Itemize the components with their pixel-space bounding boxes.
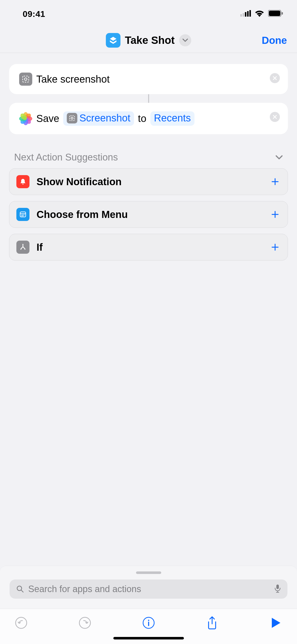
- svg-point-9: [24, 78, 27, 80]
- svg-rect-1: [243, 13, 244, 17]
- search-placeholder: Search for apps and actions: [28, 584, 270, 594]
- battery-icon: [268, 10, 283, 18]
- share-button[interactable]: [203, 614, 221, 632]
- svg-point-11: [71, 117, 73, 119]
- dictate-button[interactable]: [274, 584, 281, 594]
- variable-label: Screenshot: [79, 112, 130, 124]
- redo-button[interactable]: [76, 614, 94, 632]
- info-icon: [142, 617, 155, 629]
- run-button[interactable]: [267, 614, 285, 632]
- destination-chip[interactable]: Recents: [150, 111, 194, 126]
- search-icon: [16, 585, 24, 593]
- header-title: Take Shot: [125, 34, 175, 46]
- suggestions-title: Next Action Suggestions: [14, 152, 118, 163]
- title-menu-button[interactable]: [179, 34, 191, 46]
- undo-button[interactable]: [12, 614, 30, 632]
- content: Take screenshot Save Sc: [0, 53, 297, 261]
- suggestion-label: If: [37, 242, 43, 253]
- redo-icon: [79, 617, 91, 629]
- status-bar: 09:41: [0, 0, 297, 28]
- svg-point-16: [22, 244, 23, 245]
- add-suggestion-button[interactable]: [271, 208, 279, 221]
- chevron-down-icon: [275, 155, 283, 160]
- add-suggestion-button[interactable]: [271, 240, 279, 254]
- drawer-grabber[interactable]: [136, 571, 161, 574]
- svg-rect-7: [282, 12, 283, 15]
- header: Take Shot Done: [0, 28, 297, 53]
- action-verb: Save: [36, 113, 59, 124]
- suggestions-header[interactable]: Next Action Suggestions: [9, 134, 288, 168]
- add-suggestion-button[interactable]: [271, 175, 279, 188]
- plus-icon: [271, 210, 279, 218]
- status-right: [240, 10, 283, 18]
- variable-chip[interactable]: Screenshot: [63, 111, 134, 126]
- suggestion-label: Choose from Menu: [37, 209, 128, 220]
- svg-point-24: [16, 617, 27, 628]
- action-joiner: to: [138, 113, 146, 124]
- svg-rect-10: [70, 116, 75, 120]
- action-save-to-photos[interactable]: Save Screenshot to Recents: [9, 103, 288, 134]
- cellular-icon: [240, 10, 251, 18]
- svg-point-18: [24, 249, 25, 250]
- photos-icon: [19, 112, 32, 125]
- status-time: 09:41: [23, 9, 45, 19]
- plus-icon: [271, 243, 279, 251]
- svg-rect-4: [249, 10, 251, 17]
- suggestion-choose-from-menu[interactable]: Choose from Menu: [9, 201, 288, 228]
- svg-rect-21: [276, 585, 279, 589]
- play-icon: [270, 617, 281, 629]
- menu-icon: [16, 208, 29, 221]
- remove-action-button[interactable]: [270, 73, 280, 83]
- search-field[interactable]: Search for apps and actions: [10, 579, 287, 599]
- action-take-screenshot[interactable]: Take screenshot: [9, 64, 288, 94]
- svg-point-25: [79, 617, 90, 628]
- svg-rect-6: [269, 11, 280, 16]
- plus-icon: [271, 178, 279, 186]
- info-button[interactable]: [140, 614, 158, 632]
- svg-rect-2: [245, 12, 246, 17]
- suggestion-if[interactable]: If: [9, 234, 288, 261]
- svg-line-20: [21, 590, 23, 592]
- action-label: Take screenshot: [36, 74, 110, 85]
- branch-icon: [16, 241, 29, 254]
- header-title-group[interactable]: Take Shot: [106, 33, 191, 48]
- undo-icon: [15, 617, 27, 629]
- suggestion-label: Show Notification: [37, 176, 122, 187]
- share-icon: [206, 616, 218, 630]
- connector: [148, 94, 149, 103]
- close-icon: [273, 76, 277, 80]
- screenshot-icon: [67, 113, 77, 123]
- home-indicator[interactable]: [113, 637, 184, 639]
- microphone-icon: [274, 584, 281, 593]
- svg-point-27: [148, 620, 149, 621]
- svg-rect-0: [240, 14, 242, 17]
- svg-point-17: [20, 249, 21, 250]
- suggestion-show-notification[interactable]: Show Notification: [9, 168, 288, 195]
- svg-rect-3: [247, 11, 249, 17]
- done-button[interactable]: Done: [262, 35, 287, 46]
- chevron-down-icon: [182, 39, 188, 42]
- notification-icon: [16, 175, 29, 188]
- screenshot-icon: [19, 73, 32, 86]
- svg-rect-8: [23, 76, 29, 82]
- wifi-icon: [254, 10, 265, 18]
- search-drawer[interactable]: Search for apps and actions: [0, 566, 297, 609]
- remove-action-button[interactable]: [270, 112, 280, 122]
- shortcut-icon: [106, 33, 120, 48]
- close-icon: [273, 115, 277, 119]
